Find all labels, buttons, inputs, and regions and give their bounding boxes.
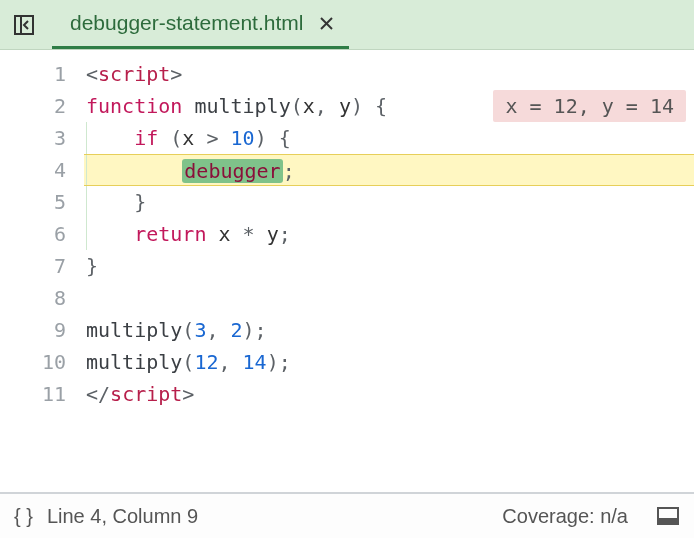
code-line[interactable]: function multiply(x, y) {x = 12, y = 14 xyxy=(84,90,694,122)
status-bar: { } Line 4, Column 9 Coverage: n/a xyxy=(0,492,694,538)
code-token: ( xyxy=(170,126,182,150)
code-token: ( xyxy=(182,350,194,374)
line-number: 9 xyxy=(0,314,84,346)
code-token: ); xyxy=(243,318,267,342)
panel-left-icon xyxy=(13,14,35,36)
indent-guide xyxy=(86,122,87,154)
code-token xyxy=(86,222,134,246)
code-token: , xyxy=(218,350,242,374)
code-token: * xyxy=(243,222,255,246)
code-token: , xyxy=(206,318,230,342)
svg-rect-5 xyxy=(658,518,678,524)
code-line[interactable]: } xyxy=(84,186,694,218)
code-line[interactable]: multiply(3, 2); xyxy=(84,314,694,346)
code-token: ; xyxy=(279,222,291,246)
line-number: 4 xyxy=(0,154,84,186)
code-token: multiply xyxy=(86,350,182,374)
code-token xyxy=(206,222,218,246)
code-token: } xyxy=(86,254,98,278)
code-token xyxy=(86,190,134,214)
file-tab-label: debugger-statement.html xyxy=(70,11,303,35)
code-token: } xyxy=(134,190,146,214)
code-token: ); xyxy=(267,350,291,374)
code-token: ) { xyxy=(351,94,387,118)
code-token xyxy=(182,94,194,118)
code-token: ( xyxy=(182,318,194,342)
code-token xyxy=(86,126,134,150)
line-number: 1 xyxy=(0,58,84,90)
code-token: x xyxy=(218,222,230,246)
line-number: 5 xyxy=(0,186,84,218)
indent-guide xyxy=(86,218,87,250)
code-token: y xyxy=(267,222,279,246)
code-token: ; xyxy=(283,159,295,183)
cursor-position: Line 4, Column 9 xyxy=(47,505,198,528)
line-number: 6 xyxy=(0,218,84,250)
code-token: return xyxy=(134,222,206,246)
code-token: y xyxy=(339,94,351,118)
code-token: </ xyxy=(86,382,110,406)
code-line[interactable]: } xyxy=(84,250,694,282)
code-token: 10 xyxy=(231,126,255,150)
code-token: < xyxy=(86,62,98,86)
code-token: > xyxy=(182,382,194,406)
line-number: 8 xyxy=(0,282,84,314)
line-number: 2 xyxy=(0,90,84,122)
code-token xyxy=(158,126,170,150)
format-button[interactable]: { } xyxy=(14,505,33,528)
code-token: ( xyxy=(291,94,303,118)
toggle-panel-button[interactable] xyxy=(10,11,38,39)
code-token xyxy=(86,159,182,183)
code-token: x xyxy=(303,94,315,118)
toggle-bottom-drawer-button[interactable] xyxy=(656,506,680,526)
inline-variable-values: x = 12, y = 14 xyxy=(493,90,686,122)
code-line[interactable]: return x * y; xyxy=(84,218,694,250)
code-token: , xyxy=(315,94,339,118)
code-token: multiply xyxy=(86,318,182,342)
code-token xyxy=(255,222,267,246)
code-token: ) { xyxy=(255,126,291,150)
code-token: > xyxy=(206,126,218,150)
code-token: x xyxy=(182,126,194,150)
code-line[interactable]: </script> xyxy=(84,378,694,410)
coverage-status: Coverage: n/a xyxy=(502,505,628,528)
close-icon xyxy=(320,17,333,30)
tab-close-button[interactable] xyxy=(317,14,335,32)
code-token xyxy=(219,126,231,150)
code-token: function xyxy=(86,94,182,118)
code-token: script xyxy=(110,382,182,406)
code-token: > xyxy=(170,62,182,86)
line-number: 7 xyxy=(0,250,84,282)
code-token: script xyxy=(98,62,170,86)
code-line[interactable]: multiply(12, 14); xyxy=(84,346,694,378)
line-number: 10 xyxy=(0,346,84,378)
code-editor[interactable]: 1234567891011 <script>function multiply(… xyxy=(0,50,694,492)
code-line[interactable]: if (x > 10) { xyxy=(84,122,694,154)
code-token: 2 xyxy=(231,318,243,342)
code-token xyxy=(231,222,243,246)
panel-bottom-icon xyxy=(656,506,680,526)
indent-guide xyxy=(86,155,87,185)
code-token: 3 xyxy=(194,318,206,342)
indent-guide xyxy=(86,186,87,218)
line-number-gutter: 1234567891011 xyxy=(0,50,84,492)
code-line[interactable]: debugger; xyxy=(84,154,694,186)
code-token: if xyxy=(134,126,158,150)
line-number: 3 xyxy=(0,122,84,154)
code-token: 12 xyxy=(194,350,218,374)
line-number: 11 xyxy=(0,378,84,410)
code-token: multiply xyxy=(194,94,290,118)
code-token xyxy=(194,126,206,150)
code-token: 14 xyxy=(243,350,267,374)
code-line[interactable] xyxy=(84,282,694,314)
code-token: debugger xyxy=(182,159,282,183)
file-tab[interactable]: debugger-statement.html xyxy=(52,0,349,49)
code-area[interactable]: <script>function multiply(x, y) {x = 12,… xyxy=(84,50,694,492)
tab-bar: debugger-statement.html xyxy=(0,0,694,50)
code-line[interactable]: <script> xyxy=(84,58,694,90)
braces-icon: { } xyxy=(14,505,33,528)
